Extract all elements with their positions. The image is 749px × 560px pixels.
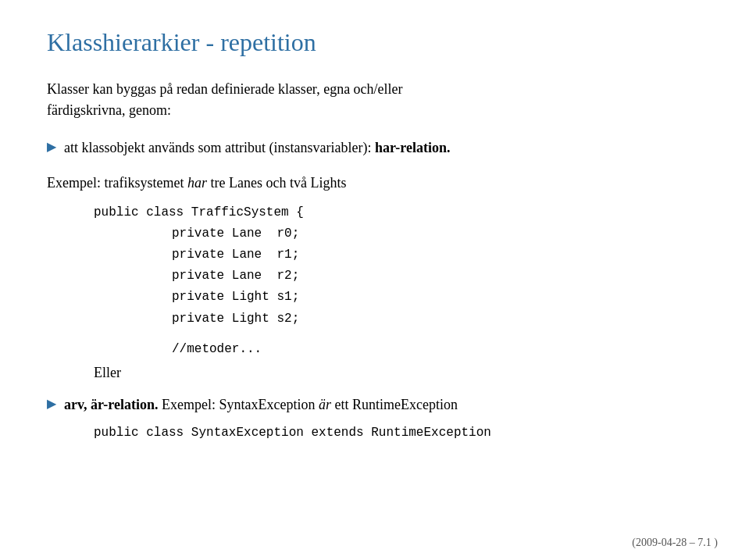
example1-intro-plain: Exempel: trafiksystemet xyxy=(47,175,187,191)
code-line-3: private Lane r1; xyxy=(172,244,702,266)
title-suffix: repetition xyxy=(220,28,316,56)
title-separator: - xyxy=(199,28,220,56)
code-line-comment: //metoder... xyxy=(172,339,702,360)
footer: (2009-04-28 – 7.1 ) xyxy=(632,537,718,549)
title-prefix: Klasshierarkier xyxy=(47,28,199,56)
intro-line1: Klasser kan byggas på redan definierade … xyxy=(47,81,403,97)
code-line-1: public class TrafficSystem { xyxy=(94,202,702,223)
ar-text-rest-plain: Exempel: SyntaxException xyxy=(158,397,318,412)
eller-text: Eller xyxy=(94,365,702,381)
bullet-item-har: ▶ att klassobjekt används som attribut (… xyxy=(47,137,702,159)
code-line-2: private Lane r0; xyxy=(172,223,702,244)
ar-text-rest-end: ett RuntimeException xyxy=(331,397,458,412)
code-line-4: private Lane r2; xyxy=(172,266,702,287)
bullet-arrow-ar: ▶ xyxy=(47,396,56,411)
ar-text-rest-italic: är xyxy=(319,397,331,412)
bottom-code-syntax: public class SyntaxException extends Run… xyxy=(94,423,702,444)
ar-text-bold: arv, är-relation. xyxy=(64,397,158,412)
code-line-6: private Light s2; xyxy=(172,309,702,330)
slide-title: Klasshierarkier - repetition xyxy=(47,28,702,57)
example1-block: Exempel: trafiksystemet har tre Lanes oc… xyxy=(47,172,702,381)
bullet-section-har: ▶ att klassobjekt används som attribut (… xyxy=(47,137,702,159)
bullet-text-ar: arv, är-relation. Exempel: SyntaxExcepti… xyxy=(64,394,458,416)
intro-text: Klasser kan byggas på redan definierade … xyxy=(47,79,702,121)
bullet-item-ar: ▶ arv, är-relation. Exempel: SyntaxExcep… xyxy=(47,394,702,416)
har-text-plain: att klassobjekt används som attribut (in… xyxy=(64,140,375,155)
har-text-bold: har-relation. xyxy=(375,140,451,155)
bullet-section-ar: ▶ arv, är-relation. Exempel: SyntaxExcep… xyxy=(47,394,702,444)
intro-line2: färdigskrivna, genom: xyxy=(47,102,171,118)
example1-intro-italic: har xyxy=(187,175,207,191)
example1-intro: Exempel: trafiksystemet har tre Lanes oc… xyxy=(47,172,702,194)
bullet-arrow-har: ▶ xyxy=(47,139,56,154)
slide-container: Klasshierarkier - repetition Klasser kan… xyxy=(47,28,702,560)
footer-text: (2009-04-28 – 7.1 ) xyxy=(632,537,718,548)
code-block-traffic: public class TrafficSystem { private Lan… xyxy=(94,202,702,360)
example1-intro-rest: tre Lanes och två Lights xyxy=(207,175,346,191)
bullet-text-har: att klassobjekt används som attribut (in… xyxy=(64,137,450,159)
code-line-5: private Light s1; xyxy=(172,287,702,308)
